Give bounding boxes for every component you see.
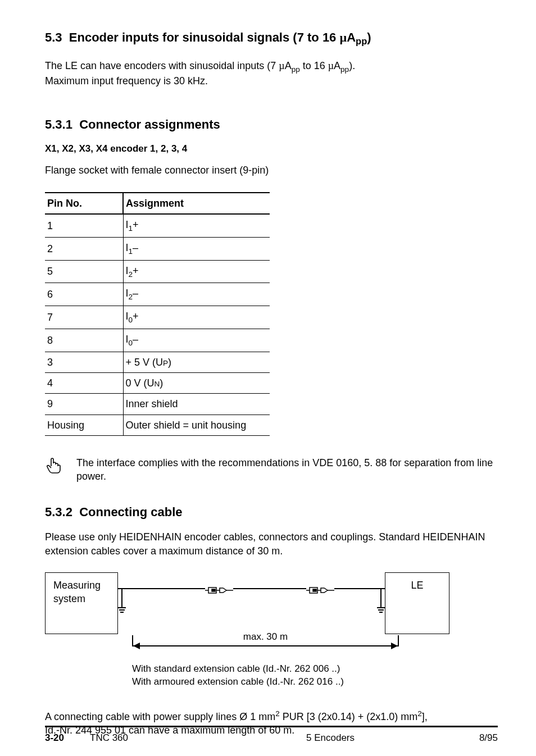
ground-symbol-icon <box>118 607 126 614</box>
intro-line2: Maximum input frequency is 30 kHz. <box>45 75 208 86</box>
assignment-cell: I0– <box>123 329 270 352</box>
closing-post: ], <box>422 711 428 722</box>
assignment-cell: I1– <box>123 237 270 260</box>
assignment-cell: I1+ <box>123 214 270 237</box>
table-head-row: Pin No. Assignment <box>45 193 270 214</box>
table-row: 9Inner shield <box>45 394 270 415</box>
diagram-box-measuring-system: Measuring system <box>45 572 118 634</box>
assignment-cell: Outer shield = unit housing <box>123 415 270 435</box>
table-row: 1I1+ <box>45 214 270 237</box>
box-left-label: Measuring system <box>53 579 110 606</box>
heading-531-text: Connector assignments <box>79 117 220 131</box>
heading-532-number: 5.3.2 <box>45 505 72 519</box>
assignment-cell: 0 V (UN) <box>123 373 270 394</box>
diagram-caption-2: With armoured extension cable (Id.-Nr. 2… <box>132 676 498 689</box>
intro-paragraph: The LE can have encoders with sinusoidal… <box>45 59 498 88</box>
wiring-diagram: Measuring system LE <box>45 572 449 659</box>
diagram-wire <box>118 585 385 607</box>
intro-unit-pp: pp <box>292 65 300 73</box>
table-row: 3+ 5 V (UP) <box>45 352 270 372</box>
connector-icon <box>205 585 233 594</box>
heading-close: ) <box>367 30 371 44</box>
note-block: The interface complies with the recommen… <box>45 456 498 484</box>
intro-unit-a: A <box>285 60 292 71</box>
pin-cell: Housing <box>45 415 123 435</box>
assignment-cell: I2– <box>123 283 270 306</box>
closing-mid: PUR [3 (2x0.14) + (2x1.0) mm <box>280 711 418 722</box>
table-row: HousingOuter shield = unit housing <box>45 415 270 435</box>
col-assign: Assignment <box>123 193 270 214</box>
svg-rect-7 <box>313 589 316 591</box>
diagram-box-le: LE <box>385 572 449 634</box>
table-row: 2I1– <box>45 237 270 260</box>
assignment-cell: Inner shield <box>123 394 270 415</box>
intro-unit-a2: A <box>334 60 340 71</box>
pin-cell: 1 <box>45 214 123 237</box>
table-row: 5I2+ <box>45 260 270 283</box>
heading-532-text: Connecting cable <box>79 505 182 519</box>
ground-symbol-icon <box>377 607 385 614</box>
assignment-cell: I2+ <box>123 260 270 283</box>
svg-rect-2 <box>212 589 215 591</box>
footer-model: TNC 360 <box>90 732 208 745</box>
pointing-hand-icon <box>45 456 63 475</box>
dimension-label: max. 30 m <box>132 631 399 644</box>
table-row: 40 V (UN) <box>45 373 270 394</box>
page-footer: 3-20 TNC 360 5 Encoders 8/95 <box>45 726 498 745</box>
pin-cell: 8 <box>45 329 123 352</box>
footer-page-number: 3-20 <box>45 732 90 745</box>
table-row: 8I0– <box>45 329 270 352</box>
mu-prefix-2: µ <box>279 60 284 71</box>
pin-cell: 2 <box>45 237 123 260</box>
pin-cell: 7 <box>45 306 123 329</box>
intro-close: ). <box>349 60 355 71</box>
pin-cell: 6 <box>45 283 123 306</box>
closing-sup2: 2 <box>417 709 422 718</box>
table-row: 7I0+ <box>45 306 270 329</box>
heading-5-3-1: 5.3.1 Connector assignments <box>45 116 498 133</box>
note-text: The interface complies with the recommen… <box>76 456 498 484</box>
heading-number: 5.3 <box>45 30 62 44</box>
col-pin: Pin No. <box>45 193 123 214</box>
cable-paragraph: Please use only HEIDENHAIN encoder cable… <box>45 530 498 558</box>
pin-cell: 4 <box>45 373 123 394</box>
pin-cell: 3 <box>45 352 123 372</box>
diagram-captions: With standard extension cable (Id.-Nr. 2… <box>132 663 498 689</box>
pin-assignment-table: Pin No. Assignment 1I1+2I1–5I2+6I2–7I0+8… <box>45 192 270 436</box>
heading-text-pre: Encoder inputs for sinusoidal signals (7… <box>69 30 340 44</box>
table-row: 6I2– <box>45 283 270 306</box>
mu-prefix: µ <box>339 30 347 44</box>
diagram-caption-1: With standard extension cable (Id.-Nr. 2… <box>132 663 498 676</box>
intro-to: to 16 <box>300 60 328 71</box>
connector-icon <box>306 585 334 594</box>
closing-pre: A connecting cable with power supply lin… <box>45 711 275 722</box>
pin-cell: 5 <box>45 260 123 283</box>
subheading-x1-x4: X1, X2, X3, X4 encoder 1, 2, 3, 4 <box>45 143 498 156</box>
footer-date: 8/95 <box>453 732 498 745</box>
assignment-cell: I0+ <box>123 306 270 329</box>
assignment-cell: + 5 V (UP) <box>123 352 270 372</box>
unit-pp: pp <box>356 36 367 46</box>
page: 5.3 Encoder inputs for sinusoidal signal… <box>0 0 536 756</box>
closing-sup1: 2 <box>275 709 280 718</box>
mu-prefix-3: µ <box>328 60 334 71</box>
box-right-label: LE <box>411 579 423 592</box>
heading-5-3: 5.3 Encoder inputs for sinusoidal signal… <box>45 29 498 48</box>
footer-chapter: 5 Encoders <box>208 732 453 745</box>
socket-desc: Flange socket with female connector inse… <box>45 163 498 177</box>
intro-unit-pp2: pp <box>340 65 349 73</box>
dimension-line: max. 30 m <box>132 631 399 651</box>
pin-cell: 9 <box>45 394 123 415</box>
heading-531-number: 5.3.1 <box>45 117 72 131</box>
heading-5-3-2: 5.3.2 Connecting cable <box>45 504 498 521</box>
intro-pre: The LE can have encoders with sinusoidal… <box>45 60 279 71</box>
unit-a: A <box>347 30 356 44</box>
